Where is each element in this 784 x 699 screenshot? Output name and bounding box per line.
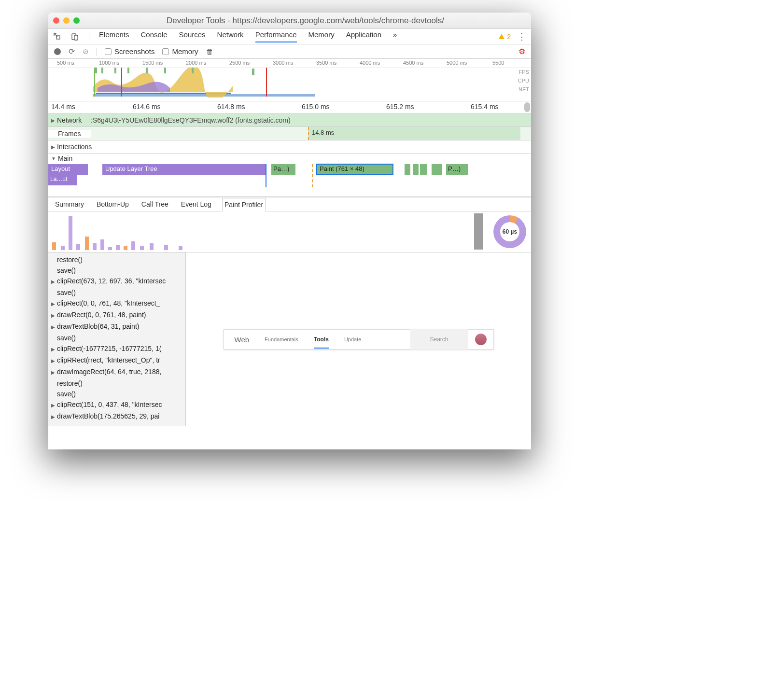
paint-command[interactable]: ▶clipRect(673, 12, 697, 36, "kIntersec xyxy=(48,276,185,287)
paint-command[interactable]: ▶drawRect(0, 0, 761, 48, paint) xyxy=(48,309,185,321)
trash-icon[interactable]: 🗑 xyxy=(206,47,213,56)
svg-rect-5 xyxy=(95,68,97,73)
panel-toolbar: Elements Console Sources Network Perform… xyxy=(48,29,531,44)
bar-layout[interactable]: Layout xyxy=(48,164,88,175)
svg-rect-10 xyxy=(164,68,166,73)
tab-application[interactable]: Application xyxy=(346,30,381,42)
svg-rect-3 xyxy=(93,94,315,97)
svg-rect-2 xyxy=(74,35,78,40)
overview-timeline[interactable]: 500 ms 1000 ms 1500 ms 2000 ms 2500 ms 3… xyxy=(48,59,531,101)
preview-nav-tools[interactable]: Tools xyxy=(314,336,329,349)
device-mode-icon[interactable] xyxy=(70,32,79,41)
paint-command[interactable]: ▶clipRect(151, 0, 437, 48, "kIntersec xyxy=(48,399,185,411)
paint-command[interactable]: save() xyxy=(48,287,185,298)
preview-nav-updates[interactable]: Update xyxy=(344,336,361,342)
paint-command[interactable]: ▶drawTextBlob(175.265625, 29, pai xyxy=(48,411,185,422)
bar-update-layer-tree[interactable]: Update Layer Tree xyxy=(102,164,266,175)
memory-checkbox[interactable]: Memory xyxy=(162,47,198,56)
screenshots-checkbox[interactable]: Screenshots xyxy=(105,47,154,56)
tab-bottom-up[interactable]: Bottom-Up xyxy=(95,198,131,210)
main-track[interactable]: ▼Main Layout Update Layer Tree La…ut Pa…… xyxy=(48,154,531,188)
paint-command[interactable]: restore() xyxy=(48,378,185,389)
frames-track[interactable]: Frames 14.8 ms xyxy=(48,127,531,140)
flame-chart[interactable]: ▶Network :S6g4U3t-Y5UEw0lE80llgEseQY3FEm… xyxy=(48,114,531,197)
paint-command[interactable]: ▶clipRect(0, 0, 761, 48, "kIntersect_ xyxy=(48,298,185,309)
tab-event-log[interactable]: Event Log xyxy=(179,198,213,210)
warnings-count: 2 xyxy=(507,33,511,41)
warnings-indicator[interactable]: 2 xyxy=(498,33,511,41)
paint-command[interactable]: ▶clipRRect(rrect, "kIntersect_Op", tr xyxy=(48,355,185,366)
overview-ticks: 500 ms 1000 ms 1500 ms 2000 ms 2500 ms 3… xyxy=(48,59,531,68)
tab-console[interactable]: Console xyxy=(141,30,168,42)
reload-record-button[interactable]: ⟳ xyxy=(69,47,75,56)
titlebar[interactable]: Developer Tools - https://developers.goo… xyxy=(48,13,531,29)
tab-paint-profiler[interactable]: Paint Profiler xyxy=(222,198,266,211)
paint-profiler-split: restore()save()▶clipRect(673, 12, 697, 3… xyxy=(48,252,531,426)
bar-paint-seg[interactable] xyxy=(413,164,419,175)
detail-ruler[interactable]: 14.4 ms 614.6 ms 614.8 ms 615.0 ms 615.2… xyxy=(48,101,531,114)
overview-activity-graph xyxy=(93,68,315,98)
bar-paint-1[interactable]: Pa…) xyxy=(271,164,295,175)
bar-layout-sub[interactable]: La…ut xyxy=(48,175,77,185)
paint-command[interactable]: save() xyxy=(48,333,185,343)
devtools-window: Developer Tools - https://developers.goo… xyxy=(48,13,531,449)
bar-paint-seg[interactable] xyxy=(432,164,442,175)
paint-profiler-timeline[interactable]: 60 µs xyxy=(48,211,531,252)
svg-rect-7 xyxy=(114,68,116,73)
perf-toolbar: ⟳ ⊘ Screenshots Memory 🗑 ⚙ xyxy=(48,44,531,59)
network-request-label[interactable]: :S6g4U3t-Y5UEw0lE80llgEseQY3FEmqw.woff2 … xyxy=(91,116,291,124)
svg-rect-6 xyxy=(101,68,103,73)
close-icon[interactable] xyxy=(53,17,59,24)
tabs-overflow-icon[interactable]: » xyxy=(393,30,397,42)
paint-command[interactable]: ▶clipRect(-16777215, -16777215, 1( xyxy=(48,343,185,355)
paint-command-list[interactable]: restore()save()▶clipRect(673, 12, 697, 3… xyxy=(48,252,186,426)
frame-boundary-cursor xyxy=(312,164,313,187)
bar-paint-seg[interactable] xyxy=(420,164,427,175)
preview-nav-web[interactable]: Web xyxy=(235,336,250,344)
overview-lane-labels: FPS CPU NET xyxy=(518,68,529,94)
more-icon[interactable]: ⋮ xyxy=(518,31,526,42)
paint-preview: Web Fundamentals Tools Update Search xyxy=(186,252,531,426)
minimize-icon[interactable] xyxy=(63,17,70,24)
network-track[interactable]: ▶Network :S6g4U3t-Y5UEw0lE80llgEseQY3FEm… xyxy=(48,114,531,127)
window-title: Developer Tools - https://developers.goo… xyxy=(84,16,526,26)
panel-tabs: Elements Console Sources Network Perform… xyxy=(99,30,397,42)
paint-command[interactable]: ▶drawTextBlob(64, 31, paint) xyxy=(48,321,185,333)
preview-nav-fundamentals[interactable]: Fundamentals xyxy=(265,336,298,342)
frame-block[interactable]: 14.8 ms xyxy=(308,127,520,140)
profiler-donut: 60 µs xyxy=(493,215,526,248)
profiler-bars[interactable] xyxy=(48,211,489,252)
interactions-track[interactable]: ▶Interactions xyxy=(48,140,531,154)
record-button[interactable] xyxy=(54,48,61,55)
playhead-cursor[interactable] xyxy=(266,164,266,187)
bar-paint-seg[interactable] xyxy=(405,164,410,175)
paint-command[interactable]: restore() xyxy=(48,254,185,265)
zoom-icon[interactable] xyxy=(73,17,80,24)
preview-search-box[interactable]: Search xyxy=(410,329,468,350)
traffic-lights xyxy=(53,17,80,24)
tab-performance[interactable]: Performance xyxy=(255,30,297,42)
preview-rendered-content: Web Fundamentals Tools Update Search xyxy=(224,329,494,350)
bar-paint-2[interactable]: P…) xyxy=(446,164,468,175)
tab-memory[interactable]: Memory xyxy=(308,30,335,42)
paint-command[interactable]: save() xyxy=(48,389,185,399)
paint-command[interactable]: ▶drawImageRect(64, 64, true, 2188, xyxy=(48,366,185,378)
bar-paint-selected[interactable]: Paint (761 × 48) xyxy=(317,164,393,175)
profiler-scrubber[interactable] xyxy=(474,213,483,250)
paint-command[interactable]: save() xyxy=(48,265,185,276)
tab-summary[interactable]: Summary xyxy=(53,198,86,210)
avatar[interactable] xyxy=(475,334,487,345)
inspect-element-icon[interactable] xyxy=(53,32,62,41)
settings-gear-icon[interactable]: ⚙ xyxy=(518,47,525,56)
svg-rect-11 xyxy=(192,68,194,73)
vertical-scrollbar[interactable] xyxy=(524,102,530,112)
clear-button[interactable]: ⊘ xyxy=(83,47,89,56)
svg-rect-8 xyxy=(127,68,129,73)
svg-rect-9 xyxy=(146,68,148,73)
tab-call-tree[interactable]: Call Tree xyxy=(140,198,170,210)
tab-sources[interactable]: Sources xyxy=(179,30,206,42)
tab-network[interactable]: Network xyxy=(217,30,244,42)
svg-rect-12 xyxy=(252,69,254,75)
tab-elements[interactable]: Elements xyxy=(99,30,129,42)
detail-tabs: Summary Bottom-Up Call Tree Event Log Pa… xyxy=(48,197,531,211)
